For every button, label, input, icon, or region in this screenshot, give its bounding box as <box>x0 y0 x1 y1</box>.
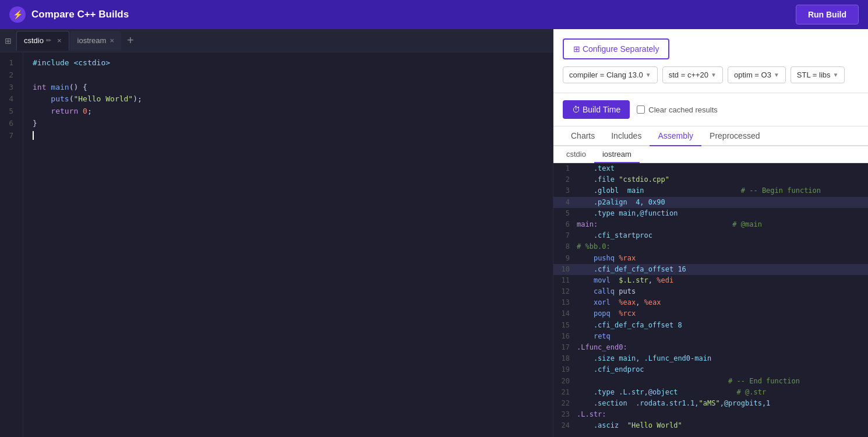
code-line-7 <box>33 130 544 142</box>
subtab-cstdio[interactable]: cstdio <box>558 146 594 163</box>
asm-line: 22 .section .rodata.str1.1,"aMS",@progbi… <box>553 398 868 409</box>
asm-line: 17.Lfunc_end0: <box>553 342 868 353</box>
build-time-button[interactable]: ⏱ Build Time <box>563 100 630 119</box>
clear-cache-text: Clear cached results <box>648 105 718 114</box>
close-iostream-icon[interactable]: × <box>110 36 114 45</box>
code-line-6: } <box>33 118 544 130</box>
tab-iostream-label: iostream <box>77 36 107 45</box>
assembly-output[interactable]: 1 .text 2 .file "cstdio.cpp" 3 .globl ma… <box>553 163 868 437</box>
asm-line: 8# %bb.0: <box>553 241 868 252</box>
asm-line: 3 .globl main # -- Begin function <box>553 185 868 196</box>
asm-line: 19 .cfi_endproc <box>553 364 868 375</box>
grid-icon[interactable]: ⊞ <box>5 36 12 45</box>
code-line-1: #include <cstdio> <box>33 57 544 69</box>
close-cstdio-icon[interactable]: × <box>57 36 62 45</box>
editor-area: 1 2 3 4 5 6 7 #include <cstdio> int main… <box>0 52 553 437</box>
optim-label: optim = O3 <box>734 71 771 79</box>
output-tabs: Charts Includes Assembly Preprocessed <box>553 126 868 146</box>
asm-line: 9 pushq %rax <box>553 253 868 264</box>
stl-arrow-icon: ▼ <box>833 72 839 78</box>
editor-panel: ⊞ cstdio ✏ × iostream × + 1 2 3 4 5 6 7 <box>0 29 553 437</box>
asm-line: 4 .p2align 4, 0x90 <box>553 197 868 208</box>
std-label: std = c++20 <box>669 71 708 79</box>
tab-cstdio-label: cstdio <box>24 36 44 45</box>
tab-cstdio[interactable]: cstdio ✏ × <box>16 31 69 51</box>
compiler-options: compiler = Clang 13.0 ▼ std = c++20 ▼ op… <box>563 66 859 83</box>
asm-line: 11 movl $.L.str, %edi <box>553 275 868 286</box>
clear-cache-label[interactable]: Clear cached results <box>637 105 718 114</box>
asm-line: 10 .cfi_def_cfa_offset 16 <box>553 264 868 275</box>
build-time-section: ⏱ Build Time Clear cached results <box>553 93 868 126</box>
asm-line: 21 .type .L.str,@object # @.str <box>553 387 868 398</box>
compiler-select[interactable]: compiler = Clang 13.0 ▼ <box>563 66 658 83</box>
optim-select[interactable]: optim = O3 ▼ <box>728 66 786 83</box>
optim-arrow-icon: ▼ <box>774 72 779 78</box>
std-select[interactable]: std = c++20 ▼ <box>662 66 723 83</box>
asm-line: 6main: # @main <box>553 219 868 230</box>
run-build-button[interactable]: Run Build <box>796 5 859 24</box>
compiler-label: compiler = Clang 13.0 <box>569 71 643 79</box>
asm-line: 13 xorl %eax, %eax <box>553 297 868 308</box>
asm-line: 14 popq %rcx <box>553 308 868 319</box>
tab-preprocessed[interactable]: Preprocessed <box>701 126 768 146</box>
config-section: ⊞ Configure Separately compiler = Clang … <box>553 29 868 93</box>
asm-line: 18 .size main, .Lfunc_end0-main <box>553 353 868 364</box>
asm-line: 12 callq puts <box>553 286 868 297</box>
output-subtabs: cstdio iostream <box>553 146 868 163</box>
asm-line: 24 .asciz "Hello World" <box>553 420 868 431</box>
configure-separately-button[interactable]: ⊞ Configure Separately <box>563 38 669 59</box>
asm-line: 2 .file "cstdio.cpp" <box>553 174 868 185</box>
asm-line: 1 .text <box>553 163 868 174</box>
tab-charts[interactable]: Charts <box>563 126 603 146</box>
clear-cache-checkbox[interactable] <box>637 105 645 114</box>
asm-line: 20 # -- End function <box>553 376 868 387</box>
asm-line: 15 .cfi_def_cfa_offset 8 <box>553 320 868 331</box>
edit-icon: ✏ <box>46 37 51 44</box>
code-line-4: puts("Hello World"); <box>33 93 544 105</box>
asm-line: 23.L.str: <box>553 409 868 420</box>
code-line-5: return 0; <box>33 105 544 118</box>
tab-bar: ⊞ cstdio ✏ × iostream × + <box>0 29 553 52</box>
tab-includes[interactable]: Includes <box>603 126 650 146</box>
stl-label: STL = libs <box>797 71 831 79</box>
tab-iostream[interactable]: iostream × <box>70 31 121 51</box>
code-line-3: int main() { <box>33 82 544 94</box>
compiler-arrow-icon: ▼ <box>645 72 651 78</box>
subtab-iostream[interactable]: iostream <box>594 146 640 163</box>
right-panel: ⊞ Configure Separately compiler = Clang … <box>553 29 868 437</box>
app-logo: ⚡ <box>9 6 26 23</box>
std-arrow-icon: ▼ <box>711 72 717 78</box>
topbar: ⚡ Compare C++ Builds Run Build <box>0 0 868 29</box>
main-layout: ⊞ cstdio ✏ × iostream × + 1 2 3 4 5 6 7 <box>0 29 868 437</box>
app-title: Compare C++ Builds <box>31 9 796 20</box>
line-numbers: 1 2 3 4 5 6 7 <box>0 52 23 437</box>
tab-add-button[interactable]: + <box>122 34 139 47</box>
asm-line: 16 retq <box>553 331 868 342</box>
asm-line: 5 .type main,@function <box>553 208 868 219</box>
code-line-2 <box>33 69 544 82</box>
stl-select[interactable]: STL = libs ▼ <box>791 66 845 83</box>
tab-assembly[interactable]: Assembly <box>650 126 701 146</box>
asm-line: 7 .cfi_startproc <box>553 230 868 241</box>
code-editor[interactable]: #include <cstdio> int main() { puts("Hel… <box>23 52 553 437</box>
